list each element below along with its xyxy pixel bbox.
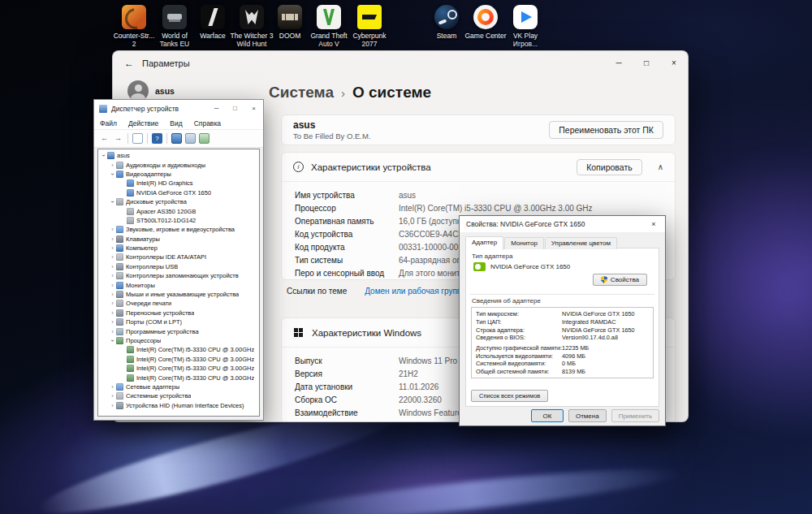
- maximize-icon[interactable]: □: [633, 51, 660, 75]
- desktop-icon-vk-play[interactable]: VK Play Игров...: [503, 5, 548, 48]
- forward-icon[interactable]: →: [113, 133, 123, 144]
- tree-item-asus[interactable]: asus: [98, 151, 259, 160]
- chevron-collapsed-icon[interactable]: [109, 253, 116, 261]
- tree-item-audio[interactable]: Аудиовходы и аудиовыходы: [98, 160, 259, 169]
- tree-item-ports[interactable]: Порты (COM и LPT): [98, 317, 259, 326]
- tree-item-cpu-core[interactable]: Intel(R) Core(TM) i5-3330 CPU @ 3.00GHz: [98, 355, 259, 364]
- desktop-icon-gta-v[interactable]: Grand Theft Auto V: [306, 5, 352, 48]
- breadcrumb-system[interactable]: Система: [269, 84, 334, 102]
- chevron-collapsed-icon[interactable]: [109, 235, 116, 243]
- settings-titlebar[interactable]: ← Параметры: [113, 51, 688, 76]
- tree-item-ide-controllers[interactable]: Контроллеры IDE ATA/ATAPI: [98, 253, 259, 261]
- tree-item-hid-devices[interactable]: Устройства HID (Human Interface Devices): [98, 401, 259, 410]
- tree-item-video-adapters[interactable]: Видеоадаптеры: [98, 170, 259, 179]
- close-icon[interactable]: ×: [642, 216, 665, 232]
- back-icon[interactable]: ←: [99, 133, 110, 144]
- chevron-collapsed-icon[interactable]: [109, 383, 116, 391]
- chevron-up-icon[interactable]: ∧: [658, 162, 663, 171]
- menu-file[interactable]: Файл: [94, 119, 123, 127]
- tree-item-keyboards[interactable]: Клавиатуры: [98, 235, 259, 244]
- chevron-collapsed-icon[interactable]: [109, 300, 116, 307]
- chevron-collapsed-icon[interactable]: [109, 392, 116, 400]
- tree-item-mice[interactable]: Мыши и иные указывающие устройства: [98, 290, 259, 299]
- tree-item-nvidia-gtx1650[interactable]: NVIDIA GeForce GTX 1650: [98, 188, 259, 197]
- tab-adapter[interactable]: Адаптер: [465, 236, 503, 250]
- info-label: Общей системной памяти:: [476, 368, 562, 375]
- tree-item-disk-drives[interactable]: Дисковые устройства: [98, 197, 259, 206]
- tree-item-software-devices[interactable]: Программные устройства: [98, 326, 259, 335]
- chevron-collapsed-icon[interactable]: [109, 402, 116, 409]
- menu-help[interactable]: Справка: [188, 119, 227, 127]
- maximize-icon[interactable]: □: [226, 100, 244, 117]
- sound-device-icon: [116, 226, 123, 233]
- tree-item-intel-hd[interactable]: Intel(R) HD Graphics: [98, 179, 259, 188]
- chevron-collapsed-icon[interactable]: [109, 226, 116, 233]
- domain-workgroup-link[interactable]: Домен или рабочая группа: [365, 287, 466, 296]
- chevron-collapsed-icon[interactable]: [109, 263, 116, 270]
- tree-item-print-queues[interactable]: Очереди печати: [98, 299, 259, 308]
- help-icon[interactable]: ?: [152, 133, 162, 144]
- tree-item-usb-controllers[interactable]: Контроллеры USB: [98, 262, 259, 271]
- tree-item-storage-controllers[interactable]: Контроллеры запоминающих устройств: [98, 271, 259, 280]
- apply-button[interactable]: Применить: [611, 409, 659, 422]
- computer-icon[interactable]: [171, 133, 182, 144]
- tree-item-apacer[interactable]: Apacer AS350 120GB: [98, 206, 259, 215]
- tree-item-cpu-core[interactable]: Intel(R) Core(TM) i5-3330 CPU @ 3.00GHz: [98, 364, 259, 373]
- adapter-info-box: Тип микросхем:NVIDIA GeForce GTX 1650 Ти…: [471, 307, 654, 378]
- ok-button[interactable]: ОК: [531, 409, 564, 422]
- back-icon[interactable]: ←: [124, 58, 134, 69]
- chevron-collapsed-icon[interactable]: [109, 318, 116, 326]
- chevron-collapsed-icon[interactable]: [109, 272, 116, 279]
- dialog-titlebar[interactable]: Свойства: NVIDIA GeForce GTX 1650: [460, 216, 665, 232]
- chevron-collapsed-icon[interactable]: [109, 309, 116, 317]
- menu-action[interactable]: Действие: [123, 119, 164, 127]
- rename-pc-button[interactable]: Переименовать этот ПК: [549, 121, 663, 139]
- desktop-icon-cyberpunk[interactable]: Cyberpunk 2077: [347, 5, 392, 48]
- chevron-expanded-icon[interactable]: [109, 198, 116, 205]
- tree-item-sound[interactable]: Звуковые, игровые и видеоустройства: [98, 225, 259, 234]
- cancel-button[interactable]: Отмена: [568, 409, 607, 422]
- info-label: Тип микросхем:: [476, 310, 562, 317]
- desktop-icon-game-center[interactable]: Game Center: [463, 5, 508, 40]
- chevron-expanded-icon[interactable]: [100, 152, 107, 159]
- menu-view[interactable]: Вид: [164, 119, 188, 127]
- chevron-expanded-icon[interactable]: [109, 337, 116, 344]
- tab-monitor[interactable]: Монитор: [504, 237, 544, 249]
- chevron-collapsed-icon[interactable]: [109, 291, 116, 298]
- info-value: 0 МБ: [562, 360, 576, 367]
- device-manager-titlebar[interactable]: Диспетчер устройств ─ □ ×: [94, 100, 263, 117]
- tree-item-processors[interactable]: Процессоры: [98, 336, 259, 345]
- copy-button[interactable]: Копировать: [577, 159, 642, 175]
- close-icon[interactable]: ×: [660, 51, 688, 75]
- document-icon[interactable]: [132, 133, 143, 144]
- chevron-expanded-icon[interactable]: [109, 171, 116, 178]
- tree-item-cpu-core[interactable]: Intel(R) Core(TM) i5-3330 CPU @ 3.00GHz: [98, 345, 259, 354]
- chevron-collapsed-icon[interactable]: [109, 162, 116, 169]
- scan-hardware-icon[interactable]: [185, 133, 196, 144]
- tree-item-portable-devices[interactable]: Переносные устройства: [98, 309, 259, 317]
- dialog-title: Свойства: NVIDIA GeForce GTX 1650: [466, 220, 585, 228]
- minimize-icon[interactable]: ─: [207, 100, 226, 117]
- desktop-icon-counter-strike-2[interactable]: Counter-Str... 2: [111, 5, 157, 48]
- tree-item-system-devices[interactable]: Системные устройства: [98, 391, 259, 400]
- tree-item-computer[interactable]: Компьютер: [98, 244, 259, 253]
- tree-item-cpu-core[interactable]: Intel(R) Core(TM) i5-3330 CPU @ 3.00GHz: [98, 373, 259, 382]
- tab-color-management[interactable]: Управление цветом: [545, 237, 617, 249]
- nvidia-properties-dialog: Свойства: NVIDIA GeForce GTX 1650 × Адап…: [459, 215, 666, 426]
- close-icon[interactable]: ×: [244, 100, 263, 117]
- update-driver-icon[interactable]: [199, 133, 209, 144]
- tree-label: ST500LT012-1DG142: [136, 217, 196, 224]
- tree-item-st500[interactable]: ST500LT012-1DG142: [98, 216, 259, 225]
- properties-button[interactable]: Свойства: [593, 274, 647, 286]
- list-all-modes-button[interactable]: Список всех режимов: [471, 390, 548, 402]
- port-icon: [116, 318, 123, 326]
- tree-item-monitors[interactable]: Мониторы: [98, 280, 259, 289]
- tree-item-network-adapters[interactable]: Сетевые адаптеры: [98, 382, 259, 391]
- device-specs-header[interactable]: i Характеристики устройства Копировать ∧: [282, 153, 675, 182]
- chevron-collapsed-icon[interactable]: [109, 244, 116, 252]
- monitor-icon: [116, 282, 123, 289]
- chevron-collapsed-icon[interactable]: [109, 282, 116, 289]
- chevron-collapsed-icon[interactable]: [109, 328, 116, 335]
- minimize-icon[interactable]: ─: [605, 51, 633, 75]
- game-center-icon: [473, 5, 498, 29]
